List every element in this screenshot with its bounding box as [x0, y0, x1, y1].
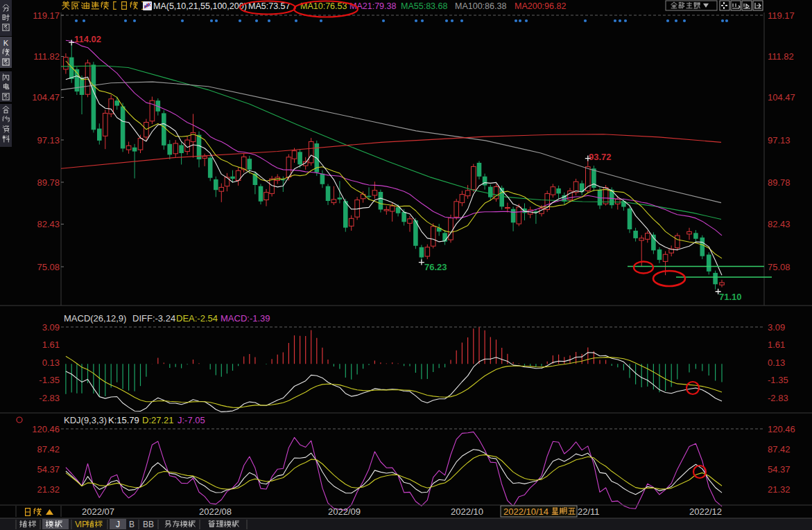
- svg-text:87.42: 87.42: [768, 444, 791, 454]
- svg-text:-2.83: -2.83: [768, 393, 788, 403]
- svg-text:-2.83: -2.83: [39, 393, 60, 403]
- svg-text:2022/10/14: 2022/10/14: [503, 506, 548, 517]
- svg-text:97.13: 97.13: [37, 135, 60, 145]
- svg-text:-1.35: -1.35: [39, 375, 60, 385]
- svg-text:111.82: 111.82: [768, 51, 794, 62]
- svg-text:21.32: 21.32: [37, 484, 60, 495]
- svg-text:119.17: 119.17: [33, 10, 60, 21]
- svg-text:DEA:-2.54: DEA:-2.54: [176, 313, 218, 324]
- svg-text:MA200:96.82: MA200:96.82: [515, 1, 566, 11]
- svg-text:-1.35: -1.35: [768, 375, 788, 385]
- svg-text:2022/10: 2022/10: [451, 506, 483, 517]
- svg-text:22/11: 22/11: [578, 506, 600, 517]
- svg-text:82.43: 82.43: [768, 219, 791, 229]
- svg-text:93.72: 93.72: [589, 152, 612, 162]
- svg-text:89.78: 89.78: [768, 177, 791, 188]
- svg-text:DIFF:-3.24: DIFF:-3.24: [132, 313, 175, 324]
- svg-text:B: B: [129, 520, 135, 529]
- svg-text:2022/12: 2022/12: [689, 506, 722, 517]
- svg-text:MA100:86.38: MA100:86.38: [455, 1, 506, 11]
- svg-text:J: J: [116, 520, 120, 529]
- svg-text:114.02: 114.02: [74, 34, 101, 44]
- svg-text:P: P: [82, 520, 87, 529]
- svg-text:54.37: 54.37: [768, 464, 791, 475]
- svg-text:J:-7.05: J:-7.05: [178, 415, 205, 425]
- svg-text:75.08: 75.08: [37, 262, 60, 272]
- svg-text:MACD:-1.39: MACD:-1.39: [221, 313, 270, 324]
- svg-text:MA(5,10,21,55,100,200): MA(5,10,21,55,100,200): [153, 1, 247, 11]
- svg-text:2022/09: 2022/09: [328, 506, 361, 517]
- svg-text:71.10: 71.10: [719, 292, 742, 302]
- svg-text:BB: BB: [143, 520, 154, 529]
- svg-text:K: K: [3, 39, 9, 47]
- svg-text:1.61: 1.61: [768, 339, 785, 350]
- svg-text:104.47: 104.47: [768, 92, 795, 103]
- svg-text:3.09: 3.09: [42, 322, 60, 333]
- svg-text:MA55:83.68: MA55:83.68: [401, 1, 447, 11]
- svg-text:120.46: 120.46: [32, 424, 60, 434]
- svg-text:87.42: 87.42: [37, 444, 60, 454]
- svg-text:2022/08: 2022/08: [199, 506, 232, 517]
- svg-text:0.13: 0.13: [768, 357, 785, 368]
- svg-text:97.13: 97.13: [768, 135, 791, 145]
- svg-text:111.82: 111.82: [33, 51, 60, 62]
- svg-text:2022/07: 2022/07: [82, 506, 114, 517]
- svg-text:K:15.79: K:15.79: [108, 415, 139, 425]
- svg-text:21.32: 21.32: [768, 484, 791, 495]
- svg-text:119.17: 119.17: [768, 10, 795, 21]
- svg-text:89.78: 89.78: [37, 177, 60, 188]
- svg-text:3.09: 3.09: [768, 322, 785, 333]
- svg-text:82.43: 82.43: [37, 219, 60, 229]
- svg-text:MACD(26,12,9): MACD(26,12,9): [64, 313, 126, 324]
- svg-text:KDJ(9,3,3): KDJ(9,3,3): [64, 415, 107, 425]
- svg-text:0.13: 0.13: [42, 357, 60, 368]
- svg-text:54.37: 54.37: [37, 464, 60, 475]
- svg-text:76.23: 76.23: [424, 262, 447, 272]
- svg-text:104.47: 104.47: [32, 92, 60, 103]
- svg-text:1.61: 1.61: [42, 339, 60, 350]
- svg-text:75.08: 75.08: [768, 262, 791, 272]
- svg-text:120.46: 120.46: [768, 424, 795, 434]
- svg-text:D:27.21: D:27.21: [142, 415, 174, 425]
